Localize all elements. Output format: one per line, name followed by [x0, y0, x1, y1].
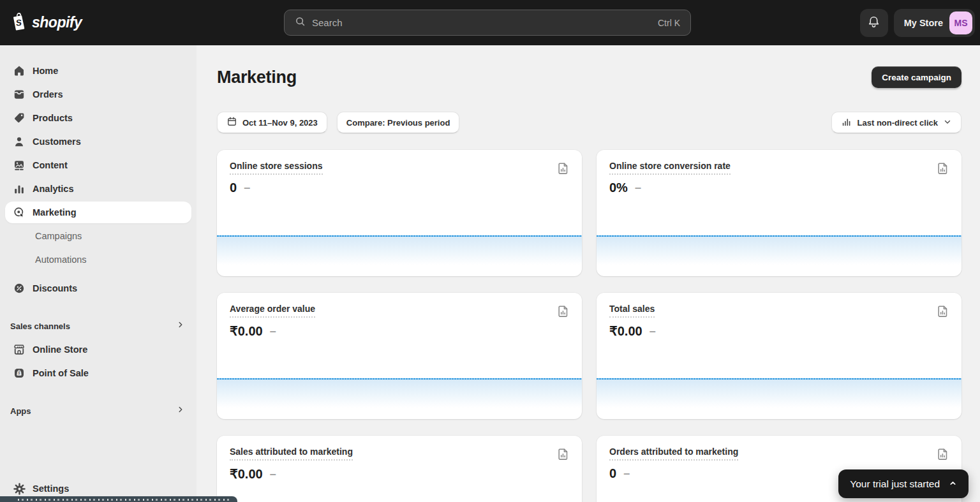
trial-status-banner[interactable]: Your trial just started [838, 469, 969, 498]
home-icon [13, 64, 26, 77]
attribution-model-label: Last non-direct click [858, 118, 938, 128]
discounts-badge-icon [13, 282, 26, 295]
chevron-right-icon [176, 405, 185, 417]
sidebar-item-label: Discounts [33, 283, 77, 293]
search-shortcut: Ctrl K [658, 18, 680, 28]
sidebar-item-point-of-sale[interactable]: S Point of Sale [5, 362, 191, 384]
shopify-wordmark: shopify [32, 14, 82, 31]
sidebar-item-label: Point of Sale [33, 368, 89, 378]
sidebar-item-label: Automations [35, 255, 87, 265]
browser-status-bar [0, 496, 237, 502]
sidebar-item-products[interactable]: Products [5, 107, 191, 129]
sidebar-item-label: Analytics [33, 184, 73, 194]
sidebar-item-analytics[interactable]: Analytics [5, 178, 191, 200]
metric-card-total-sales: Total sales ₹0.00 – [597, 293, 961, 419]
sidebar-item-online-store[interactable]: Online Store [5, 339, 191, 360]
search-icon [295, 16, 306, 29]
search-input[interactable] [312, 17, 651, 28]
metric-title[interactable]: Orders attributed to marketing [609, 447, 738, 461]
metric-title[interactable]: Online store sessions [230, 161, 323, 175]
metric-card-average-order-value: Average order value ₹0.00 – [217, 293, 582, 419]
bar-chart-icon [841, 116, 852, 129]
sidebar-item-label: Products [33, 113, 73, 123]
sidebar-item-label: Orders [33, 89, 63, 100]
topbar-right-group: My Store MS [860, 9, 980, 37]
shopify-logo[interactable]: S shopify [0, 11, 82, 34]
sidebar-item-discounts[interactable]: Discounts [5, 277, 191, 299]
chart-gradient-fill [597, 380, 961, 408]
apps-header[interactable]: Apps [5, 400, 191, 422]
report-icon[interactable] [555, 303, 572, 320]
store-name: My Store [904, 18, 943, 28]
customers-icon [13, 135, 26, 148]
gear-icon [13, 482, 26, 495]
shopify-admin-screen: S shopify Ctrl K [0, 0, 980, 502]
sidebar-item-label: Home [33, 66, 58, 76]
metric-value: ₹0.00 [230, 466, 263, 482]
metric-title[interactable]: Average order value [230, 304, 315, 318]
store-menu-button[interactable]: My Store MS [894, 9, 975, 37]
no-change-dash: – [270, 325, 276, 338]
metric-card-sales-attributed: Sales attributed to marketing ₹0.00 – [217, 436, 582, 502]
sidebar: Home Orders Products Customers Content [0, 45, 197, 502]
sidebar-item-automations[interactable]: Automations [5, 249, 191, 270]
content-media-icon [13, 159, 26, 172]
sidebar-item-label: Content [33, 160, 68, 170]
sales-channels-label: Sales channels [10, 321, 70, 331]
no-change-dash: – [650, 325, 656, 338]
top-bar: S shopify Ctrl K [0, 0, 980, 45]
sidebar-item-label: Marketing [33, 207, 77, 218]
metric-title[interactable]: Online store conversion rate [609, 161, 731, 175]
report-icon[interactable] [935, 160, 951, 177]
sidebar-item-orders[interactable]: Orders [5, 84, 191, 105]
create-campaign-button[interactable]: Create campaign [872, 66, 961, 88]
no-change-dash: – [623, 467, 630, 480]
global-search[interactable]: Ctrl K [284, 10, 691, 36]
metric-title[interactable]: Total sales [609, 304, 655, 318]
sidebar-item-customers[interactable]: Customers [5, 131, 191, 152]
report-icon[interactable] [555, 160, 572, 177]
metric-value: ₹0.00 [609, 323, 642, 339]
report-icon[interactable] [555, 446, 572, 462]
no-change-dash: – [244, 181, 250, 195]
sales-channels-header[interactable]: Sales channels [5, 315, 191, 337]
report-icon[interactable] [935, 303, 951, 320]
metric-value: 0% [609, 181, 628, 195]
sidebar-item-label: Settings [33, 484, 69, 494]
point-of-sale-icon: S [13, 367, 26, 380]
report-icon[interactable] [935, 446, 951, 462]
chevron-up-icon [949, 478, 957, 490]
sidebar-item-label: Online Store [33, 344, 87, 355]
sidebar-item-label: Customers [33, 137, 81, 147]
sidebar-item-marketing[interactable]: Marketing [5, 202, 191, 223]
notifications-button[interactable] [860, 9, 888, 37]
metric-card-conversion-rate: Online store conversion rate 0% – [597, 150, 961, 276]
sidebar-item-home[interactable]: Home [5, 60, 191, 82]
shopify-bag-icon: S [10, 11, 27, 34]
metric-card-online-store-sessions: Online store sessions 0 – [217, 150, 582, 276]
chevron-down-icon [943, 117, 952, 128]
bell-icon [867, 15, 880, 31]
store-avatar: MS [949, 11, 972, 34]
date-range-button[interactable]: Oct 11–Nov 9, 2023 [217, 112, 327, 133]
page-title: Marketing [217, 66, 961, 88]
sidebar-item-content[interactable]: Content [5, 154, 191, 176]
trial-status-label: Your trial just started [850, 478, 940, 490]
main-content: Marketing Create campaign Oct 11–Nov 9, … [197, 45, 980, 502]
sidebar-item-campaigns[interactable]: Campaigns [5, 225, 191, 247]
compare-button[interactable]: Compare: Previous period [337, 112, 460, 133]
metric-value: 0 [230, 181, 237, 195]
metric-value: ₹0.00 [230, 323, 263, 339]
metrics-grid: Online store sessions 0 – Online store c… [217, 150, 961, 502]
no-change-dash: – [635, 181, 641, 195]
chart-gradient-fill [217, 380, 582, 408]
apps-label: Apps [10, 406, 31, 416]
filter-bar: Oct 11–Nov 9, 2023 Compare: Previous per… [217, 112, 961, 133]
calendar-icon [226, 116, 237, 129]
online-store-icon [13, 343, 26, 356]
chart-gradient-fill [597, 237, 961, 265]
attribution-model-dropdown[interactable]: Last non-direct click [831, 112, 961, 133]
chevron-right-icon [176, 320, 185, 332]
metric-title[interactable]: Sales attributed to marketing [230, 447, 353, 461]
analytics-bars-icon [13, 182, 26, 195]
